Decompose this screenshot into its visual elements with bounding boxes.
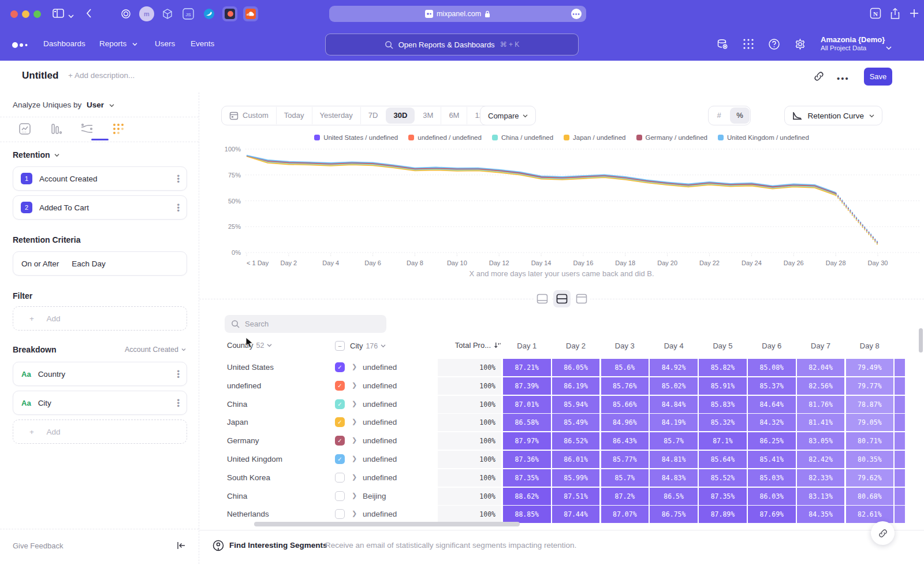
- retention-value-cell[interactable]: 79.62%: [846, 469, 894, 487]
- new-tab-icon[interactable]: [909, 8, 919, 21]
- breakdown-card-country[interactable]: Aa Country •••: [13, 362, 187, 386]
- retention-value-cell[interactable]: 86.25%: [748, 432, 796, 450]
- select-all-checkbox[interactable]: −: [335, 341, 345, 351]
- retention-value-cell[interactable]: 85.49%: [552, 414, 600, 431]
- retention-value-cell[interactable]: 86.5%: [650, 488, 698, 505]
- mixpanel-tab-icon[interactable]: [222, 6, 237, 21]
- vertical-scrollbar[interactable]: [919, 328, 923, 352]
- retention-value-cell[interactable]: 85.91%: [699, 377, 747, 395]
- retention-line-chart[interactable]: 0%25%50%75%100%< 1 DayDay 2Day 4Day 6Day…: [199, 143, 924, 269]
- retention-value-cell[interactable]: 82.42%: [797, 451, 845, 468]
- expand-chevron-icon[interactable]: ❯: [352, 363, 357, 370]
- nav-dashboards[interactable]: Dashboards: [43, 39, 85, 48]
- retention-value-cell[interactable]: 87.21%: [503, 359, 551, 376]
- retention-value-cell[interactable]: 85.66%: [601, 396, 649, 413]
- legend-item[interactable]: China / undefined: [492, 134, 553, 141]
- retention-value-cell[interactable]: 87.2%: [601, 488, 649, 505]
- retention-value-cell[interactable]: 82.33%: [797, 469, 845, 487]
- retention-value-cell[interactable]: 82.56%: [797, 377, 845, 395]
- count-toggle[interactable]: #: [709, 107, 729, 124]
- avatar-m-icon[interactable]: m: [139, 6, 154, 21]
- copy-link-icon[interactable]: [813, 70, 825, 84]
- range-3m[interactable]: 3M: [415, 107, 441, 124]
- retention-value-cell[interactable]: 83.13%: [797, 488, 845, 505]
- retention-value-cell[interactable]: 87.44%: [552, 506, 600, 523]
- expand-chevron-icon[interactable]: ❯: [352, 455, 357, 462]
- sidebar-toggle-icon[interactable]: [52, 8, 65, 21]
- expand-chevron-icon[interactable]: ❯: [352, 473, 357, 481]
- retention-value-cell[interactable]: 80.68%: [846, 488, 894, 505]
- layout-chart-only-icon[interactable]: [534, 290, 551, 307]
- tab-funnels-icon[interactable]: [49, 121, 64, 136]
- retention-value-cell[interactable]: 87.39%: [503, 377, 551, 395]
- row-checkbox[interactable]: [335, 491, 345, 501]
- retention-value-cell[interactable]: 80.71%: [846, 432, 894, 450]
- breakdown-scope-selector[interactable]: Account Created: [125, 346, 186, 354]
- expand-chevron-icon[interactable]: ❯: [352, 510, 357, 517]
- retention-value-cell[interactable]: 87.07%: [601, 506, 649, 523]
- criteria-card[interactable]: On or After Each Day: [13, 251, 187, 276]
- row-checkbox[interactable]: ✓: [335, 399, 345, 409]
- give-feedback-link[interactable]: Give Feedback: [13, 541, 63, 550]
- settings-gear-icon[interactable]: [794, 38, 806, 53]
- notion-extension-icon[interactable]: N: [870, 8, 881, 21]
- apps-grid-icon[interactable]: [743, 38, 754, 52]
- retention-value-cell[interactable]: 86.43%: [601, 432, 649, 450]
- window-minimize-button[interactable]: [22, 10, 29, 18]
- expand-chevron-icon[interactable]: ❯: [352, 418, 357, 425]
- legend-item[interactable]: undefined / undefined: [408, 134, 482, 141]
- legend-item[interactable]: United Kingdom / undefined: [718, 134, 809, 141]
- retention-value-cell[interactable]: 85.08%: [748, 359, 796, 376]
- layout-split-icon[interactable]: [553, 290, 571, 307]
- expand-chevron-icon[interactable]: ❯: [352, 381, 357, 389]
- retention-value-cell[interactable]: 79.49%: [846, 359, 894, 376]
- retention-value-cell[interactable]: 85.94%: [552, 396, 600, 413]
- analyze-value[interactable]: User: [87, 101, 104, 109]
- retention-value-cell[interactable]: 86.01%: [552, 451, 600, 468]
- tab-overview-chevron-icon[interactable]: [68, 10, 74, 21]
- retention-value-cell[interactable]: 88.62%: [503, 488, 551, 505]
- mixpanel-logo[interactable]: [12, 40, 31, 51]
- retention-value-cell[interactable]: 85.99%: [552, 469, 600, 487]
- day-column-header[interactable]: Day 7: [797, 342, 845, 350]
- day-column-header[interactable]: Day 2: [552, 342, 600, 350]
- total-column-header[interactable]: Total Pro...: [433, 341, 501, 350]
- retention-value-cell[interactable]: 79.05%: [846, 414, 894, 431]
- segments-title[interactable]: Find Interesting Segments: [229, 541, 327, 550]
- soundcloud-icon[interactable]: [243, 6, 258, 21]
- retention-value-cell[interactable]: 87.89%: [699, 506, 747, 523]
- retention-value-cell[interactable]: 84.32%: [748, 414, 796, 431]
- kebab-menu-icon[interactable]: •••: [177, 399, 180, 407]
- expand-chevron-icon[interactable]: ❯: [352, 492, 357, 499]
- range-7d[interactable]: 7D: [360, 107, 386, 124]
- city-column-header[interactable]: − City 176: [335, 341, 386, 351]
- row-checkbox[interactable]: [335, 509, 345, 519]
- row-checkbox[interactable]: ✓: [335, 454, 345, 464]
- retention-value-cell[interactable]: 87.36%: [503, 451, 551, 468]
- range-30d[interactable]: 30D: [386, 107, 415, 124]
- retention-value-cell[interactable]: 84.64%: [748, 396, 796, 413]
- row-checkbox[interactable]: ✓: [335, 436, 345, 446]
- data-management-icon[interactable]: [716, 38, 729, 53]
- percent-toggle[interactable]: %: [730, 107, 750, 124]
- day-column-header[interactable]: Day 3: [601, 342, 649, 350]
- retention-value-cell[interactable]: 80.35%: [846, 451, 894, 468]
- legend-item[interactable]: United States / undefined: [314, 134, 398, 141]
- retention-value-cell[interactable]: 84.35%: [797, 506, 845, 523]
- retention-value-cell[interactable]: 87.1%: [699, 432, 747, 450]
- kebab-menu-icon[interactable]: •••: [177, 370, 180, 379]
- bird-icon[interactable]: [202, 6, 217, 21]
- retention-value-cell[interactable]: 86.75%: [650, 506, 698, 523]
- retention-value-cell[interactable]: 87.35%: [503, 469, 551, 487]
- retention-value-cell[interactable]: 84.81%: [650, 451, 698, 468]
- expand-chevron-icon[interactable]: ❯: [352, 400, 357, 407]
- retention-value-cell[interactable]: 84.84%: [650, 396, 698, 413]
- range-yesterday[interactable]: Yesterday: [312, 107, 360, 124]
- retention-value-cell[interactable]: 84.92%: [650, 359, 698, 376]
- retention-value-cell[interactable]: 85.41%: [748, 451, 796, 468]
- floating-share-link-button[interactable]: [871, 521, 895, 545]
- day-column-header[interactable]: Day 8: [846, 342, 894, 350]
- retention-value-cell[interactable]: 84.19%: [650, 414, 698, 431]
- step-card-account-created[interactable]: 1 Account Created •••: [13, 166, 187, 191]
- expand-chevron-icon[interactable]: ❯: [352, 436, 357, 444]
